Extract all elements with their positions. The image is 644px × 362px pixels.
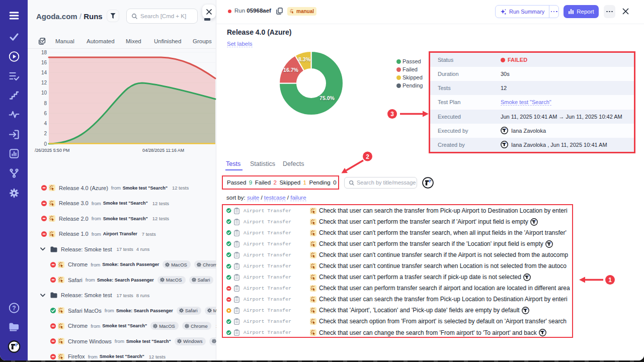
svg-text:18: 18 xyxy=(41,50,47,55)
svg-text:12: 12 xyxy=(41,80,47,85)
svg-text:16.7%: 16.7% xyxy=(283,67,298,73)
svg-text:75.0%: 75.0% xyxy=(319,95,335,101)
svg-text:/26/2025 5:50 PM: /26/2025 5:50 PM xyxy=(35,148,69,153)
svg-text:6: 6 xyxy=(44,111,47,116)
svg-text:8: 8 xyxy=(44,101,47,106)
svg-text:10: 10 xyxy=(41,90,47,96)
svg-text:?: ? xyxy=(12,305,16,312)
svg-text:2: 2 xyxy=(44,131,47,136)
svg-text:04/28/2025 11:16 AM: 04/28/2025 11:16 AM xyxy=(142,148,184,153)
svg-text:16: 16 xyxy=(41,60,47,65)
svg-text:4: 4 xyxy=(44,121,47,126)
svg-text:8.3%: 8.3% xyxy=(298,56,311,62)
svg-text:14: 14 xyxy=(41,70,47,75)
svg-text:0: 0 xyxy=(44,141,47,147)
